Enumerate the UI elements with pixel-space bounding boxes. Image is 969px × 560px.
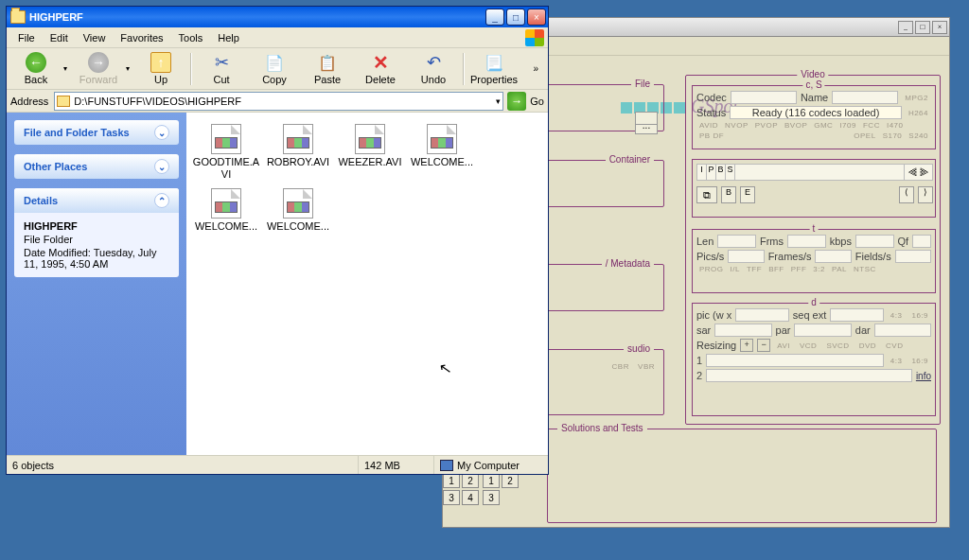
close-button[interactable]: × — [932, 21, 947, 34]
cs-subgroup: c, S Codec Name MPG2 Status Ready (116 c… — [692, 85, 936, 149]
seek-next-button[interactable]: ⟩ — [918, 186, 933, 203]
goto-b-button[interactable]: B — [721, 186, 736, 203]
btn-1[interactable]: 1 — [443, 473, 460, 488]
back-dropdown[interactable]: ▾ — [63, 64, 71, 73]
btn-4[interactable]: 4 — [462, 490, 479, 505]
details-body: HIGHPERF File Folder Date Modified: Tues… — [14, 213, 179, 277]
opel-badge: OPEL — [851, 131, 878, 140]
undo-button[interactable]: ↶Undo — [408, 50, 459, 88]
up-button[interactable]: ↑Up — [135, 50, 186, 88]
file-view[interactable]: GOODTIME.AVI ROBROY.AVI WEEZER.AVI WELCO… — [186, 113, 548, 455]
address-label: Address — [10, 96, 50, 107]
name-label: Name — [801, 92, 828, 103]
maximize-button[interactable]: □ — [915, 21, 930, 34]
file-item[interactable]: GOODTIME.AVI — [190, 124, 262, 181]
file-item[interactable]: WELCOME... — [190, 188, 262, 233]
close-button[interactable]: × — [527, 9, 546, 26]
frames-label: Frames/s — [768, 251, 812, 262]
svcd-badge: SVCD — [823, 341, 852, 350]
resize-plus-button[interactable]: + — [740, 339, 753, 352]
menu-file[interactable]: File — [10, 30, 43, 45]
info-link[interactable]: info — [916, 371, 931, 381]
toolbar-overflow[interactable]: » — [533, 63, 544, 74]
menu-help[interactable]: Help — [210, 30, 247, 45]
other-places-header[interactable]: Other Places ⌄ — [14, 154, 179, 179]
file-legend: File — [631, 79, 654, 89]
go-button[interactable]: → — [507, 92, 526, 111]
paste-button[interactable]: Paste — [302, 50, 353, 88]
frms-value — [787, 235, 826, 248]
t-legend: t — [810, 223, 819, 234]
fields-value — [895, 250, 931, 263]
file-item[interactable]: ROBROY.AVI — [262, 124, 334, 181]
status-location: My Computer — [434, 456, 548, 474]
btn-a2[interactable]: 2 — [502, 473, 519, 488]
zoom-icon[interactable]: ⧉ — [696, 186, 717, 203]
pics-label: Pics/s — [696, 251, 724, 262]
copy-button[interactable]: Copy — [249, 50, 300, 88]
other-places-box: Other Places ⌄ — [14, 154, 179, 179]
video-group: Video c, S Codec Name MPG2 Status Ready … — [685, 75, 941, 425]
pbdf-badge: PB DF — [696, 131, 727, 140]
file-item[interactable]: WEEZER.AVI — [334, 124, 406, 181]
par-value — [794, 324, 851, 337]
fcc-badge: FCC — [860, 121, 883, 130]
sar-value — [714, 324, 771, 337]
dar-value — [874, 324, 931, 337]
folder-icon — [10, 10, 26, 24]
explorer-window: HIGHPERF _ □ × File Edit View Favorites … — [6, 6, 549, 475]
ar43-badge: 4:3 — [888, 311, 906, 320]
back-button[interactable]: ←Back — [10, 50, 62, 88]
menu-favorites[interactable]: Favorites — [113, 30, 170, 45]
btn-a3[interactable]: 3 — [483, 490, 500, 505]
kbps-label: kbps — [830, 236, 852, 247]
cbr-badge: CBR — [609, 362, 632, 371]
menu-edit[interactable]: Edit — [43, 30, 76, 45]
explorer-titlebar[interactable]: HIGHPERF _ □ × — [7, 7, 548, 27]
name-value — [832, 91, 898, 104]
forward-dropdown[interactable]: ▾ — [126, 64, 133, 73]
seqext-label: seq ext — [793, 309, 826, 321]
vis-track: I P B S ⫷⫸ — [696, 164, 933, 181]
details-header[interactable]: Details ⌃ — [14, 188, 179, 213]
32-badge: 3:2 — [810, 265, 828, 273]
task-pane: File and Folder Tasks ⌄ Other Places ⌄ D… — [7, 113, 186, 455]
address-dropdown[interactable]: ▾ — [496, 96, 501, 106]
menu-tools[interactable]: Tools — [171, 30, 211, 45]
delete-button[interactable]: ✕Delete — [355, 50, 406, 88]
properties-button[interactable]: Properties — [468, 50, 520, 88]
line2-label: 2 — [696, 370, 702, 381]
line1-value — [706, 354, 884, 367]
btn-3[interactable]: 3 — [443, 490, 460, 505]
goto-e-button[interactable]: E — [740, 186, 755, 203]
d-legend: d — [808, 297, 819, 307]
menu-view[interactable]: View — [76, 30, 114, 45]
minimize-button[interactable]: _ — [898, 21, 913, 34]
ar169-badge: 16:9 — [908, 311, 931, 320]
sar-label: sar — [696, 324, 711, 336]
file-item[interactable]: WELCOME... — [262, 188, 334, 233]
file-group: File ... — [547, 84, 664, 131]
cut-button[interactable]: Cut — [196, 50, 247, 88]
status-bar: 6 objects 142 MB My Computer — [7, 455, 548, 474]
seek-prev-button[interactable]: ⟨ — [899, 186, 914, 203]
dar-label: dar — [855, 324, 871, 336]
file-item[interactable]: WELCOME... — [406, 124, 478, 181]
forward-button[interactable]: →Forward — [73, 50, 124, 88]
cs-legend: c, S — [802, 79, 824, 90]
file-label: WELCOME... — [267, 220, 329, 233]
tff-badge: TFF — [744, 265, 765, 273]
solutions-group: Solutions and Tests — [547, 429, 937, 523]
len-label: Len — [696, 236, 714, 247]
file-tasks-header[interactable]: File and Folder Tasks ⌄ — [14, 120, 179, 145]
resize-minus-button[interactable]: − — [757, 339, 770, 352]
vis-subgroup: I P B S ⫷⫸ ⧉ B E ⟨ ⟩ — [692, 159, 936, 218]
btn-2[interactable]: 2 — [462, 473, 479, 488]
kbps-value — [855, 235, 894, 248]
maximize-button[interactable]: □ — [506, 9, 525, 26]
minimize-button[interactable]: _ — [485, 9, 504, 26]
resizing-label: Resizing — [696, 340, 736, 351]
address-input[interactable]: D:\FUNSTUFF\VIDEOS\HIGHPERF ▾ — [54, 92, 503, 111]
status-value: Ready (116 codecs loaded) — [730, 106, 902, 119]
btn-a1[interactable]: 1 — [483, 473, 500, 488]
